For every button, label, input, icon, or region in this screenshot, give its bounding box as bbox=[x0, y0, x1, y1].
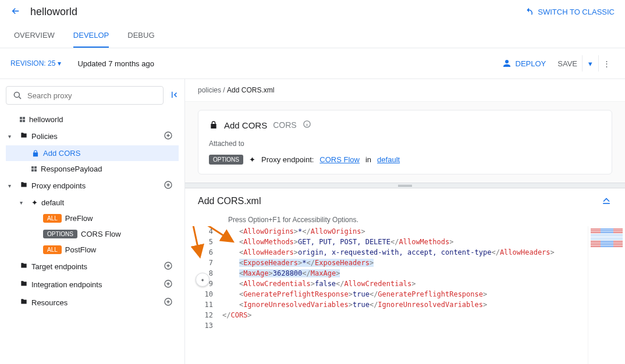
tree-integration-endpoints[interactable]: Integration endpoints bbox=[6, 276, 179, 294]
attached-to-label: Attached to bbox=[209, 140, 601, 148]
badge-all: ALL bbox=[43, 214, 62, 223]
back-arrow-icon[interactable] bbox=[10, 6, 21, 18]
chevron-down-icon: ▾ bbox=[58, 59, 61, 67]
line-number-gutter: 45678910111213 bbox=[185, 226, 218, 364]
tree-default-endpoint[interactable]: ▾ ✦ default bbox=[6, 195, 179, 210]
more-menu-icon[interactable]: ⋮ bbox=[598, 55, 615, 72]
policy-name: Add CORS bbox=[224, 120, 267, 130]
folder-icon bbox=[20, 181, 28, 191]
undo-icon bbox=[524, 7, 534, 17]
info-icon[interactable] bbox=[303, 120, 311, 130]
panel-resize-handle[interactable] bbox=[185, 183, 625, 188]
add-proxy-endpoint-icon[interactable] bbox=[164, 180, 173, 191]
tab-overview[interactable]: OVERVIEW bbox=[14, 24, 55, 48]
options-pill: OPTIONS bbox=[209, 155, 243, 165]
deploy-button[interactable]: DEPLOY bbox=[502, 58, 546, 69]
svg-point-0 bbox=[14, 92, 19, 97]
accessibility-hint: Press Option+F1 for Accessibility Option… bbox=[185, 213, 625, 226]
grid-icon bbox=[20, 117, 26, 122]
tree-policies[interactable]: ▾ Policies bbox=[6, 127, 179, 145]
folder-icon bbox=[20, 280, 28, 290]
tree-proxy-endpoints[interactable]: ▾ Proxy endpoints bbox=[6, 177, 179, 195]
page-title: helloworld bbox=[30, 6, 524, 18]
sidebar: helloworld ▾ Policies Add CORS ResponseP… bbox=[0, 79, 185, 364]
cors-flow-link[interactable]: CORS Flow bbox=[319, 155, 360, 164]
tree-item-response-payload[interactable]: ResponsePayload bbox=[6, 161, 179, 177]
tree-item-add-cors[interactable]: Add CORS bbox=[6, 145, 179, 161]
editor-collapse-icon[interactable] bbox=[601, 194, 612, 208]
code-editor[interactable]: ✦ 45678910111213 <AllowOrigins>*</AllowO… bbox=[185, 226, 625, 364]
tab-develop[interactable]: DEVELOP bbox=[73, 24, 109, 48]
folder-icon bbox=[20, 262, 28, 272]
minimap[interactable] bbox=[588, 226, 625, 364]
person-icon bbox=[502, 58, 512, 69]
flow-icon: ✦ bbox=[31, 198, 38, 207]
proxy-endpoint-label: Proxy endpoint: bbox=[261, 155, 314, 164]
badge-options: OPTIONS bbox=[43, 230, 77, 238]
editor-title: Add CORS.xml bbox=[198, 196, 261, 206]
chevron-down-icon: ▾ bbox=[20, 199, 28, 206]
tree-corsflow[interactable]: OPTIONS CORS Flow bbox=[6, 226, 179, 242]
tree-root-helloworld[interactable]: helloworld bbox=[6, 112, 179, 127]
updated-label: Updated 7 months ago bbox=[77, 59, 501, 68]
flow-icon: ✦ bbox=[249, 155, 255, 164]
grid-icon bbox=[31, 166, 37, 172]
breadcrumb: policies / Add CORS.xml bbox=[185, 79, 625, 102]
search-proxy-input[interactable] bbox=[27, 91, 157, 100]
policy-info-card: Add CORS CORS Attached to OPTIONS ✦ Prox… bbox=[198, 110, 612, 174]
revision-dropdown[interactable]: REVISION: 25 ▾ bbox=[10, 59, 61, 67]
chevron-down-icon: ▾ bbox=[8, 183, 16, 189]
add-target-endpoint-icon[interactable] bbox=[164, 261, 173, 272]
tree-postflow[interactable]: ALL PostFlow bbox=[6, 242, 179, 258]
chevron-down-icon: ▾ bbox=[8, 133, 16, 140]
ai-sparkle-icon[interactable]: ✦ bbox=[196, 273, 209, 287]
tree-resources[interactable]: Resources bbox=[6, 294, 179, 312]
folder-icon bbox=[20, 298, 28, 308]
add-resource-icon[interactable] bbox=[164, 297, 173, 308]
collapse-sidebar-icon[interactable] bbox=[168, 90, 179, 102]
lock-icon bbox=[209, 120, 218, 130]
save-menu-chevron[interactable]: ▾ bbox=[582, 55, 598, 72]
code-body[interactable]: <AllowOrigins>*</AllowOrigins> <AllowMet… bbox=[218, 226, 588, 364]
search-proxy-input-wrap[interactable] bbox=[6, 86, 164, 105]
tab-debug[interactable]: DEBUG bbox=[127, 24, 154, 48]
add-integration-endpoint-icon[interactable] bbox=[164, 279, 173, 290]
tree-preflow[interactable]: ALL PreFlow bbox=[6, 210, 179, 226]
search-icon bbox=[12, 90, 23, 101]
in-word: in bbox=[365, 155, 371, 164]
badge-all: ALL bbox=[43, 245, 62, 254]
add-policy-icon[interactable] bbox=[164, 131, 173, 142]
policy-type: CORS bbox=[273, 120, 296, 130]
default-link[interactable]: default bbox=[377, 155, 400, 164]
folder-icon bbox=[20, 131, 28, 141]
lock-icon bbox=[31, 149, 40, 158]
tree-target-endpoints[interactable]: Target endpoints bbox=[6, 258, 179, 276]
save-button[interactable]: SAVE bbox=[557, 59, 577, 68]
switch-to-classic-button[interactable]: SWITCH TO CLASSIC bbox=[524, 7, 615, 17]
